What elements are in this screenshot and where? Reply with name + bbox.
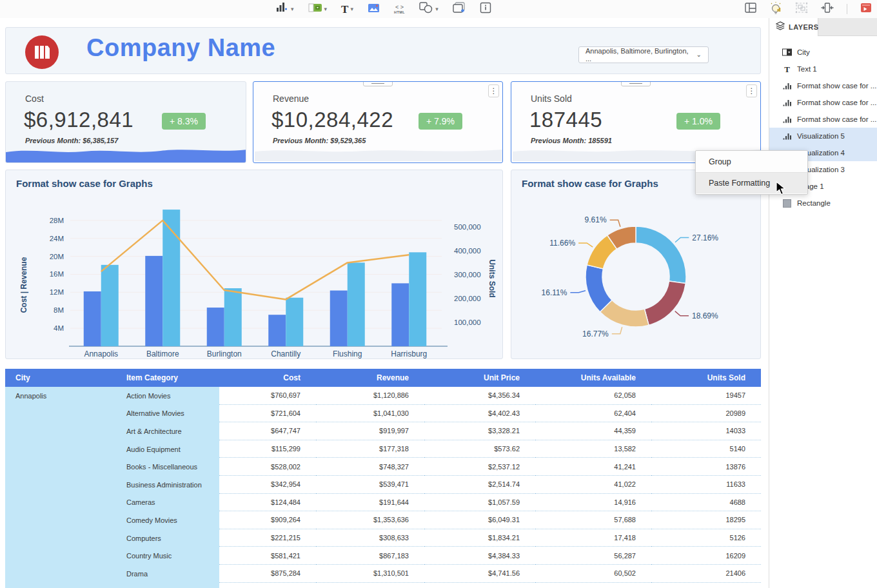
chevron-down-icon: ⌄	[696, 52, 702, 58]
table-row[interactable]: Country Music$581,421$867,183$4,384.3356…	[5, 547, 761, 565]
menu-item-paste-formatting[interactable]: Paste Formatting	[696, 173, 807, 193]
dashboard-header-card[interactable]: Company Name Annapolis, Baltimore, Burli…	[5, 27, 761, 74]
kpi-sparkline-area	[255, 146, 502, 161]
table-header-cell[interactable]: City	[5, 369, 116, 387]
chevron-down-icon: ▾	[291, 6, 294, 12]
table-row[interactable]: Art & Architecture$647,747$919,997$3,328…	[5, 422, 761, 440]
add-html-button[interactable]: < > HTML	[394, 5, 405, 14]
svg-text:12M: 12M	[50, 288, 64, 296]
table-row[interactable]: Drama$875,284$1,310,501$4,741.5660,50221…	[5, 565, 761, 583]
table-cell: $2,537.12	[424, 458, 535, 476]
table-cell: 4688	[651, 494, 761, 512]
svg-text:28M: 28M	[50, 217, 64, 224]
table-header-cell[interactable]: Cost	[219, 369, 316, 387]
add-chart-button[interactable]: ▾	[276, 2, 294, 16]
table-row[interactable]: Business Administration$342,954$539,471$…	[5, 476, 761, 494]
more-options-button[interactable]: ⋮	[488, 84, 499, 97]
table-header-cell[interactable]: Unit Price	[424, 369, 535, 387]
table-cell: $1,041,030	[316, 405, 424, 423]
kpi-previous: Previous Month: 185591	[531, 137, 612, 144]
bar-line-chart-card[interactable]: Format show case for Graphs 4M8M12M16M20…	[5, 170, 503, 359]
svg-text:4M: 4M	[54, 324, 64, 332]
svg-text:200,000: 200,000	[454, 295, 481, 302]
layer-item-rectangle[interactable]: Rectangle	[769, 195, 877, 211]
add-infographic-button[interactable]	[480, 2, 491, 16]
table-row[interactable]: AnnapolisAction Movies$760,697$1,120,886…	[5, 387, 761, 405]
chart-icon	[782, 99, 792, 106]
table-cell: 20989	[651, 405, 761, 423]
layers-tab-label: LAYERS	[789, 23, 819, 31]
table-row[interactable]: Books - Miscellaneous$528,002$748,327$2,…	[5, 458, 761, 476]
group-objects-button[interactable]	[795, 2, 808, 16]
donut-chart-card[interactable]: Format show case for Graphs 27.16%18.69%…	[511, 170, 761, 359]
table-row[interactable]: Comedy Movies$909,264$1,353,636$6,049.31…	[5, 511, 761, 529]
table-header-cell[interactable]: Units Available	[535, 369, 651, 387]
layer-item-visualization-5[interactable]: Visualization 5	[769, 128, 877, 144]
svg-text:Chantilly: Chantilly	[271, 349, 301, 358]
table-cell: $124,484	[219, 494, 316, 512]
fit-screen-icon	[821, 2, 834, 16]
svg-text:11.66%: 11.66%	[549, 239, 575, 248]
table-cell: 11633	[651, 476, 761, 494]
table-cell	[5, 494, 116, 512]
rectangle-icon	[782, 199, 792, 208]
group-objects-icon	[795, 2, 808, 16]
layers-icon	[776, 21, 785, 33]
table-cell	[5, 422, 116, 440]
table-header-cell[interactable]: Item Category	[116, 369, 219, 387]
drag-handle[interactable]	[621, 81, 651, 86]
table-cell: $4,741.56	[424, 565, 535, 583]
table-header-row: CityItem CategoryCostRevenueUnit PriceUn…	[5, 369, 761, 387]
table-cell: Audio Equipment	[116, 440, 219, 458]
ideas-button[interactable]	[769, 2, 782, 17]
menu-item-group[interactable]: Group	[696, 152, 807, 172]
drag-handle[interactable]	[363, 81, 393, 86]
table-cell: $191,644	[316, 494, 424, 512]
table-row[interactable]: Alternative Movies$721,604$1,041,030$4,4…	[5, 405, 761, 423]
layer-item-format-show-case-for[interactable]: Format show case for ...	[769, 111, 877, 128]
context-menu: Group Paste Formatting	[695, 150, 808, 195]
svg-text:100,000: 100,000	[454, 318, 481, 326]
table-cell: $4,356.34	[424, 387, 535, 405]
table-header-cell[interactable]: Units Sold	[651, 369, 761, 387]
table-row[interactable]: Audio Equipment$115,299$177,318$573.6213…	[5, 440, 761, 458]
tab-layers[interactable]: LAYERS	[769, 18, 818, 36]
kpi-card-revenue[interactable]: ⋮ Revenue $10,284,422 + 7.9% Previous Mo…	[253, 81, 503, 163]
layer-item-format-show-case-for[interactable]: Format show case for ...	[769, 77, 877, 94]
table-cell: Drama	[116, 565, 219, 583]
layout-button[interactable]	[745, 3, 756, 15]
layer-item-city[interactable]: City	[769, 44, 877, 61]
add-frame-button[interactable]	[453, 2, 466, 16]
table-header-cell[interactable]: Revenue	[316, 369, 424, 387]
layer-item-format-show-case-for[interactable]: Format show case for ...	[769, 94, 877, 111]
present-button[interactable]	[860, 3, 872, 15]
add-image-button[interactable]	[368, 3, 380, 15]
table-cell	[5, 458, 116, 476]
top-toolbar: ▾ ▾ T ▾ < > HTML ▾	[0, 0, 877, 18]
text-icon: T	[782, 65, 792, 74]
svg-text:500,000: 500,000	[454, 223, 481, 231]
add-shape-button[interactable]: ▾	[419, 2, 438, 16]
fit-screen-button[interactable]	[821, 2, 834, 16]
city-filter-dropdown[interactable]: Annapolis, Baltimore, Burlington, ... ⌄	[578, 46, 709, 63]
table-cell: $2,514.74	[424, 476, 535, 494]
svg-text:16M: 16M	[50, 270, 64, 278]
more-options-button[interactable]: ⋮	[746, 84, 757, 97]
color-theme-icon	[308, 3, 322, 15]
design-canvas[interactable]: Company Name Annapolis, Baltimore, Burli…	[0, 18, 769, 588]
table-row[interactable]: Computers$221,215$308,633$1,834.2117,418…	[5, 529, 761, 547]
layer-item-label: Format show case for ...	[797, 115, 876, 123]
data-table[interactable]: CityItem CategoryCostRevenueUnit PriceUn…	[5, 369, 761, 588]
svg-text:16.77%: 16.77%	[582, 329, 609, 338]
color-theme-button[interactable]: ▾	[308, 3, 328, 15]
svg-text:8M: 8M	[54, 306, 64, 314]
layer-item-text-1[interactable]: TText 1	[769, 61, 877, 77]
table-row[interactable]: Cameras$124,484$191,644$1,057.5914,91646…	[5, 494, 761, 512]
table-cell: $867,183	[316, 547, 424, 565]
table-cell: Action Movies	[116, 387, 219, 405]
layer-item-label: Rectangle	[797, 199, 831, 207]
svg-text:27.16%: 27.16%	[692, 233, 718, 242]
kpi-card-cost[interactable]: Cost $6,912,841 + 8.3% Previous Month: $…	[5, 81, 246, 163]
kpi-value: 187445	[529, 108, 602, 132]
add-text-button[interactable]: T ▾	[341, 4, 353, 15]
